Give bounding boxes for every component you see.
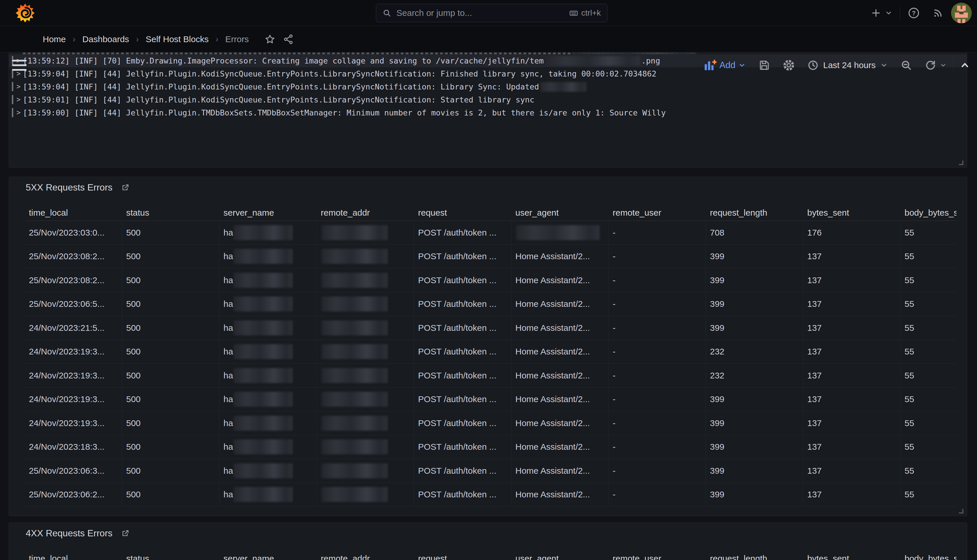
column-header[interactable]: server_name [219, 550, 317, 560]
redacted-blur [321, 463, 388, 478]
redacted-blur [233, 439, 293, 454]
table-cell: ha [219, 388, 317, 411]
table-cell: 232 [706, 340, 803, 364]
star-icon [265, 34, 275, 45]
panel-resize-handle[interactable] [959, 160, 964, 165]
table-row[interactable]: 24/Nov/2023:21:5...500haPOST /auth/token… [25, 316, 957, 340]
text-run: 25/Nov/2023:06:5... [29, 299, 105, 309]
add-label: Add [719, 60, 735, 70]
panel-resize-handle[interactable] [959, 509, 964, 513]
column-header[interactable]: request_length [706, 205, 803, 220]
text-run: 399 [710, 394, 724, 404]
log-row[interactable]: >[13:59:00] [INF] [44] Jellyfin.Plugin.T… [9, 106, 967, 119]
share-dashboard-button[interactable] [283, 34, 294, 45]
table-cell: 25/Nov/2023:06:2... [25, 483, 122, 507]
text-run: [13:59:04] [INF] [44] Jellyfin.Plugin.Ko… [23, 80, 539, 93]
favorite-dashboard-button[interactable] [265, 34, 275, 45]
breadcrumb-dashboards[interactable]: Dashboards [82, 34, 129, 44]
table-row[interactable]: 24/Nov/2023:18:3...500haPOST /auth/token… [25, 435, 957, 459]
refresh-button[interactable] [925, 60, 947, 71]
menu-toggle-button[interactable] [12, 60, 27, 71]
text-run: 399 [710, 275, 724, 285]
log-row[interactable]: >[13:59:04] [INF] [44] Jellyfin.Plugin.K… [9, 80, 967, 93]
rss-icon [932, 8, 944, 18]
redacted-blur [233, 273, 293, 288]
search-input[interactable] [397, 8, 564, 18]
column-header[interactable]: bytes_sent [803, 205, 900, 220]
table-row[interactable]: 25/Nov/2023:06:5...500haPOST /auth/token… [25, 292, 957, 317]
dashboard-settings-button[interactable] [783, 59, 795, 71]
new-dropdown-button[interactable] [871, 8, 892, 18]
text-run: 55 [905, 299, 914, 309]
table-cell: - [609, 388, 706, 411]
collapse-bar-button[interactable] [960, 60, 970, 70]
text-run: 55 [905, 275, 914, 285]
column-header[interactable]: body_bytes_sent [900, 550, 957, 560]
text-run: 399 [710, 442, 724, 452]
column-header[interactable]: status [122, 205, 219, 220]
column-header[interactable]: status [122, 550, 219, 560]
column-header[interactable]: remote_user [609, 205, 706, 220]
text-run: Home Assistant/2... [515, 442, 590, 452]
table-row[interactable]: 24/Nov/2023:19:3...500haPOST /auth/token… [25, 340, 957, 364]
column-header[interactable]: bytes_sent [803, 550, 900, 560]
table-cell: Home Assistant/2... [511, 459, 609, 483]
column-header[interactable]: user_agent [511, 550, 609, 560]
table-cell: 137 [803, 245, 900, 268]
column-header[interactable]: server_name [219, 205, 317, 220]
help-button[interactable]: ? [908, 7, 920, 19]
text-run: - [613, 323, 615, 333]
text-run: 137 [807, 466, 822, 476]
table-row[interactable]: 25/Nov/2023:08:2...500haPOST /auth/token… [25, 268, 957, 292]
text-run: 399 [710, 299, 724, 309]
text-run: ha [223, 490, 233, 499]
table-row[interactable]: 25/Nov/2023:06:2...500haPOST /auth/token… [25, 483, 957, 507]
column-header[interactable]: request_length [706, 550, 803, 560]
expand-chevron-icon[interactable]: > [17, 80, 20, 93]
time-range-picker[interactable]: Last 24 hours [807, 60, 888, 71]
table-row[interactable]: 25/Nov/2023:06:3...500haPOST /auth/token… [25, 459, 957, 483]
table-cell: 55 [900, 388, 957, 411]
table-cell: 25/Nov/2023:06:3... [25, 459, 122, 483]
column-header[interactable]: request [414, 205, 511, 220]
svg-text:?: ? [912, 10, 915, 17]
grafana-logo[interactable] [15, 3, 35, 23]
column-header[interactable]: user_agent [511, 205, 609, 220]
table-row[interactable]: 25/Nov/2023:08:2...500haPOST /auth/token… [25, 245, 957, 269]
global-search[interactable]: ctrl+k [376, 4, 607, 22]
table-cell: POST /auth/token ... [414, 435, 511, 459]
redacted-blur [321, 392, 388, 407]
user-avatar[interactable] [951, 3, 972, 23]
text-run: 25/Nov/2023:03:0... [29, 228, 105, 238]
zoom-out-time-button[interactable] [900, 60, 912, 71]
text-run: 500 [126, 490, 141, 499]
text-run: 55 [905, 418, 914, 428]
table-row[interactable]: 24/Nov/2023:19:3...500haPOST /auth/token… [25, 411, 957, 435]
add-panel-button[interactable]: Add [703, 58, 746, 72]
table-cell: 55 [900, 435, 957, 459]
table-cell [511, 221, 609, 245]
text-run: POST /auth/token ... [418, 228, 496, 238]
table-row[interactable]: 24/Nov/2023:19:3...500haPOST /auth/token… [25, 388, 957, 412]
column-header[interactable]: time_local [25, 550, 122, 560]
log-line-text: [13:59:00] [INF] [44] Jellyfin.Plugin.TM… [23, 106, 666, 119]
column-header[interactable]: remote_user [609, 550, 706, 560]
table-cell: 500 [122, 316, 219, 340]
table-cell: Home Assistant/2... [511, 340, 609, 364]
news-button[interactable] [932, 8, 944, 18]
breadcrumb-folder[interactable]: Self Host Blocks [145, 34, 208, 44]
table-row[interactable]: 24/Nov/2023:19:3...500haPOST /auth/token… [25, 364, 957, 388]
log-row[interactable]: >[13:59:01] [INF] [44] Jellyfin.Plugin.K… [9, 93, 967, 106]
save-dashboard-button[interactable] [759, 60, 770, 71]
column-header[interactable]: request [414, 550, 511, 560]
breadcrumb-home[interactable]: Home [43, 34, 66, 44]
column-header[interactable]: body_bytes_sent [900, 205, 957, 220]
column-header[interactable]: remote_addr [317, 550, 414, 560]
column-header[interactable]: remote_addr [317, 205, 414, 220]
expand-chevron-icon[interactable]: > [17, 93, 20, 106]
text-run: 24/Nov/2023:19:3... [29, 371, 105, 380]
column-header[interactable]: time_local [25, 205, 122, 220]
table-cell: 55 [900, 459, 957, 483]
table-row[interactable]: 25/Nov/2023:03:0...500haPOST /auth/token… [25, 221, 957, 245]
expand-chevron-icon[interactable]: > [17, 106, 20, 119]
